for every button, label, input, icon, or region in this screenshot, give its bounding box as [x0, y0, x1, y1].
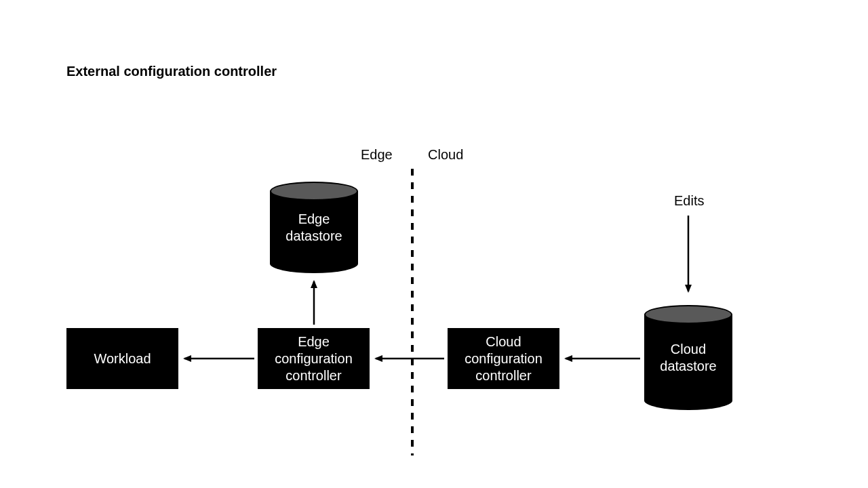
edge-label: Edge: [361, 147, 393, 163]
edge-controller-node: Edge configuration controller: [258, 328, 370, 389]
cloud-datastore-node-text: Cloud datastore: [644, 341, 732, 375]
cloud-controller-node-text: Cloud configuration controller: [450, 333, 557, 384]
cloud-datastore-node: Cloud datastore: [644, 305, 732, 410]
workload-node: Workload: [66, 328, 178, 389]
edge-datastore-node: Edge datastore: [270, 182, 358, 273]
edge-datastore-node-text: Edge datastore: [270, 211, 358, 245]
edits-label: Edits: [674, 193, 704, 209]
workload-node-text: Workload: [94, 350, 151, 367]
edge-controller-node-text: Edge configuration controller: [260, 333, 367, 384]
cloud-label: Cloud: [428, 147, 463, 163]
diagram-title: External configuration controller: [66, 64, 277, 79]
cloud-controller-node: Cloud configuration controller: [448, 328, 559, 389]
